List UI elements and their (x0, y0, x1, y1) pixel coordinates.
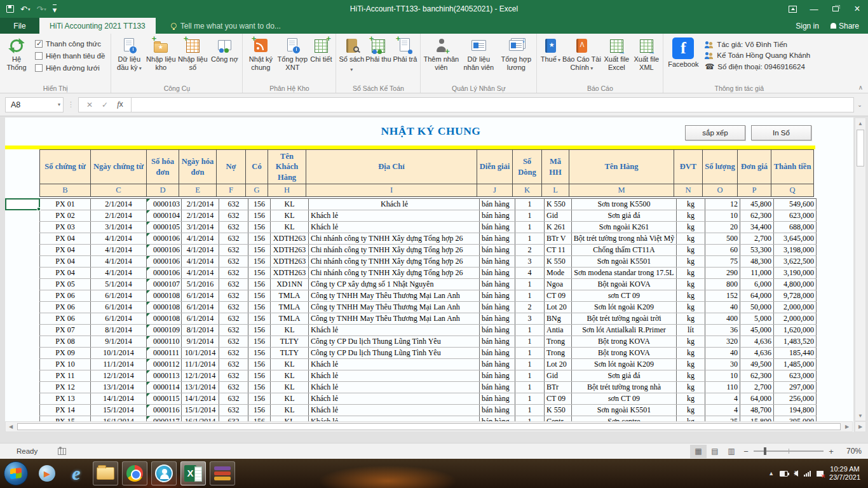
zoom-out-button[interactable]: − (740, 447, 752, 456)
cell[interactable]: 1 (515, 382, 545, 393)
cell[interactable]: 3 (515, 313, 545, 325)
cell[interactable]: 4/1/2014 (91, 245, 147, 256)
cell[interactable]: 152 (705, 290, 740, 302)
cell[interactable]: 632 (219, 336, 248, 348)
thue-button[interactable]: ★ Thuế (539, 36, 562, 65)
cell[interactable]: 4,636 (740, 348, 774, 359)
cell[interactable]: Khách lẻ (309, 222, 480, 233)
cell[interactable]: 623,000 (774, 370, 817, 382)
cell[interactable]: K 261 (545, 222, 572, 233)
cell[interactable]: Antia (545, 325, 572, 336)
cell[interactable]: 12/1/2014 (91, 370, 147, 382)
cell[interactable]: CT 09 (545, 290, 572, 302)
cell[interactable]: 8/1/2014 (182, 325, 219, 336)
name-box-caret-icon[interactable]: ▾ (58, 102, 60, 107)
bao-cao-tai-chinh-button[interactable]: Λ Báo Cáo Tài Chính (562, 36, 601, 72)
cell[interactable]: Mode (545, 268, 572, 279)
cell[interactable]: 0000115 (147, 393, 182, 405)
page-break-view-button[interactable]: ▥ (723, 445, 740, 458)
cell[interactable]: kg (677, 199, 705, 210)
cell[interactable]: 2/1/2014 (182, 199, 219, 210)
cell[interactable]: Chi nhánh công ty TNHH Xây dựng Tổng hợp… (309, 233, 480, 245)
cell[interactable]: XDTH263 (271, 268, 309, 279)
cell[interactable]: 4/1/2014 (91, 233, 147, 245)
cell[interactable]: 110 (705, 382, 740, 393)
cell[interactable]: 156 (248, 268, 271, 279)
cell[interactable]: kg (677, 359, 705, 370)
xuat-file-xml-button[interactable]: → Xuất file XML (632, 36, 661, 71)
cell[interactable]: 632 (219, 370, 248, 382)
cell[interactable]: 2/1/2014 (91, 199, 147, 210)
cell[interactable]: 0000108 (147, 290, 182, 302)
cell[interactable]: TLTY (271, 348, 309, 359)
cell[interactable]: Sơn trong K5500 (572, 199, 677, 210)
cell[interactable]: 0000107 (147, 279, 182, 290)
start-button[interactable] (4, 461, 28, 485)
cell[interactable]: bán hàng (480, 290, 515, 302)
cell[interactable]: 49,500 (740, 359, 774, 370)
cell[interactable]: 0000108 (147, 313, 182, 325)
cell[interactable]: Lot 20 (545, 302, 572, 313)
cell[interactable]: 60 (705, 245, 740, 256)
cell[interactable]: 632 (219, 313, 248, 325)
cell[interactable]: Sơn ngoài K5501 (572, 405, 677, 416)
cell[interactable]: 1 (515, 222, 545, 233)
cell[interactable]: 156 (248, 359, 271, 370)
cell[interactable]: Khách lẻ (309, 370, 480, 382)
cell[interactable]: 156 (248, 290, 271, 302)
cell[interactable]: 290 (705, 268, 740, 279)
cell[interactable]: Bột ngoài KOVA (572, 279, 677, 290)
cell[interactable]: Sơn ngoài K261 (572, 222, 677, 233)
cell[interactable]: 9/1/2014 (182, 336, 219, 348)
cell[interactable]: 1 (515, 325, 545, 336)
cell[interactable]: bán hàng (480, 393, 515, 405)
cell[interactable]: 6/1/2014 (182, 290, 219, 302)
cell[interactable]: 156 (248, 325, 271, 336)
tab-hiti-accounting[interactable]: HiTi Accounting 2021 TT133 (39, 18, 156, 34)
cell[interactable]: 4/1/2014 (182, 268, 219, 279)
cell[interactable]: PX 01 (40, 199, 91, 210)
cell[interactable]: Chống thấm CT11A (572, 245, 677, 256)
cell[interactable]: 632 (219, 290, 248, 302)
cell[interactable]: PX 14 (40, 405, 91, 416)
cell[interactable]: 3,190,000 (774, 268, 817, 279)
cell[interactable]: TLTY (271, 336, 309, 348)
cell[interactable]: 3 (515, 256, 545, 268)
cell[interactable]: Khách lẻ (309, 393, 480, 405)
cell[interactable]: 13/1/2014 (182, 382, 219, 393)
excel-taskbar-button[interactable] (180, 461, 206, 485)
cell[interactable]: 156 (248, 348, 271, 359)
cell[interactable]: 1 (515, 199, 545, 210)
cell[interactable]: 0000105 (147, 222, 182, 233)
sort-button[interactable]: sắp xếp (685, 125, 745, 140)
du-lieu-nhan-vien-button[interactable]: Dữ liệu nhân viên (459, 36, 498, 71)
cell[interactable]: bán hàng (480, 359, 515, 370)
cell[interactable]: bán hàng (480, 302, 515, 313)
cell[interactable]: bán hàng (480, 222, 515, 233)
cell[interactable]: KL (271, 370, 309, 382)
cell[interactable]: 3,622,500 (774, 256, 817, 268)
cell[interactable]: 6/1/2014 (91, 290, 147, 302)
cell[interactable]: 4 (705, 393, 740, 405)
cell[interactable]: kg (677, 405, 705, 416)
cell[interactable]: 0000106 (147, 233, 182, 245)
cell[interactable]: Công ty CP Du lịch Thung Lũng Tình Yêu (309, 336, 480, 348)
cell[interactable]: BTr V (545, 233, 572, 245)
cell[interactable]: 4/1/2014 (182, 233, 219, 245)
cell[interactable]: 320 (705, 336, 740, 348)
tong-hop-luong-button[interactable]: ↓ Tổng hợp lương (498, 36, 534, 71)
cell[interactable]: 11,000 (740, 268, 774, 279)
cell[interactable]: 48,700 (740, 405, 774, 416)
cell[interactable]: BNg (545, 313, 572, 325)
cell[interactable]: 3,645,000 (774, 233, 817, 245)
cell[interactable]: 688,000 (774, 222, 817, 233)
cell[interactable]: 10 (705, 370, 740, 382)
cell[interactable]: Gid (545, 210, 572, 222)
normal-view-button[interactable]: ▦ (690, 445, 707, 458)
cell[interactable]: 5,000 (740, 313, 774, 325)
cell[interactable]: Bột trét tường trong nhà Việt Mỹ (572, 233, 677, 245)
cell[interactable]: 632 (219, 210, 248, 222)
checkbox-hien-thanh-tieu-de[interactable]: Hiện thanh tiêu đề (35, 51, 105, 60)
cell[interactable]: 0000103 (147, 199, 182, 210)
cell[interactable]: KL (271, 405, 309, 416)
